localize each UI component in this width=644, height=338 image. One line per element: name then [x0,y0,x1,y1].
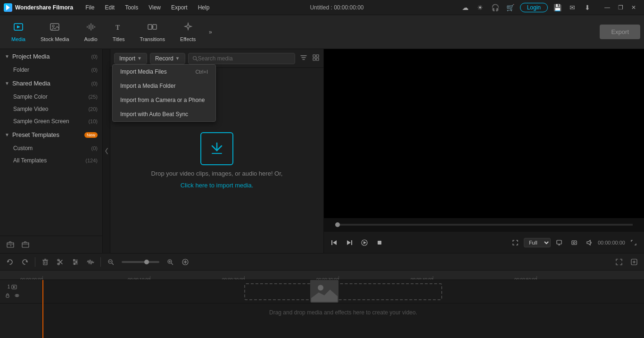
menu-help[interactable]: Help [193,2,215,13]
toolbar-media[interactable]: Media [4,20,33,44]
svg-point-42 [74,263,75,265]
svg-rect-25 [572,241,577,245]
drop-icon-container [200,132,233,165]
import-files-option[interactable]: Import Media Files Ctrl+I [113,65,215,79]
undo-button[interactable] [4,256,16,268]
preview-skip-forward-button[interactable] [343,236,356,249]
import-folder-button[interactable] [20,239,31,250]
cut-button[interactable] [54,256,66,268]
toolbar-more-button[interactable]: » [203,25,217,39]
preview-screen-icon[interactable] [553,236,566,249]
svg-rect-9 [22,243,29,247]
preview-screenshot-icon[interactable] [568,236,581,249]
menu-view[interactable]: View [144,2,165,13]
toolbar-titles[interactable]: T Titles [105,20,132,44]
preset-templates-header[interactable]: ▼ Preset Templates New [0,127,102,142]
sample-video-label: Sample Video [13,106,88,112]
svg-marker-50 [13,286,16,288]
toolbar-stock-media[interactable]: Stock Media [33,20,77,44]
timeline-drop-message-container: Drag and drop media and effects here to … [42,304,644,318]
track-labels: 1 [0,280,42,338]
waveform-button[interactable] [84,256,97,268]
svg-point-40 [73,259,75,261]
menu-export[interactable]: Export [166,2,192,13]
import-folder-option[interactable]: Import a Media Folder [113,79,215,93]
track-1-lock-button[interactable] [4,292,11,299]
delete-button[interactable] [39,256,51,268]
sample-color-item[interactable]: Sample Color (25) [0,91,102,103]
toolbar-audio[interactable]: Audio [77,20,105,44]
sample-video-item[interactable]: Sample Video (20) [0,103,102,115]
minimize-button[interactable]: — [601,2,614,13]
export-button[interactable]: Export [600,25,640,39]
import-beat-sync-option[interactable]: Import with Auto Beat Sync [113,107,215,121]
import-camera-option[interactable]: Import from a Camera or a Phone [113,93,215,107]
headset-icon[interactable]: 🎧 [490,2,501,13]
preview-expand-icon[interactable] [627,236,640,249]
cart-icon[interactable]: 🛒 [505,2,516,13]
project-media-section: ▼ Project Media (0) Folder (0) [0,49,102,76]
import-button[interactable]: Import ▼ [114,53,147,64]
sample-green-screen-label: Sample Green Screen [13,118,88,125]
add-folder-button[interactable]: + [5,239,16,250]
toolbar-effects[interactable]: Effects [173,20,203,44]
zoom-out-button[interactable] [105,256,117,268]
svg-rect-12 [316,55,319,57]
menu-edit[interactable]: Edit [100,2,119,13]
shared-media-header[interactable]: ▼ Shared Media (0) [0,76,102,91]
preview-volume-icon[interactable] [583,236,596,249]
search-input[interactable] [198,53,291,64]
save-icon[interactable]: 💾 [552,2,563,13]
timeline-settings-button[interactable] [628,256,640,268]
audio-label: Audio [84,36,98,42]
menu-file[interactable]: File [81,2,99,13]
timeline-expand-button[interactable] [613,256,625,268]
stock-media-label: Stock Media [41,36,69,42]
sample-green-screen-item[interactable]: Sample Green Screen (10) [0,115,102,127]
maximize-button[interactable]: ❐ [614,2,627,13]
redo-button[interactable] [19,256,31,268]
filter-icon[interactable] [300,54,307,63]
app-logo-icon [4,3,12,12]
close-button[interactable]: ✕ [627,2,640,13]
svg-rect-18 [331,240,332,245]
preview-seek-bar[interactable] [335,224,633,226]
import-link[interactable]: Click here to import media. [181,182,254,189]
search-bar [188,53,295,64]
record-arrow-icon: ▼ [175,56,180,61]
timeline-ruler: 00:00:00:00 00:00:10:00 00:00:20:00 00:0… [0,270,644,280]
custom-item[interactable]: Custom (0) [0,142,102,154]
download-icon[interactable]: ⬇ [582,2,593,13]
mail-icon[interactable]: ✉ [567,2,578,13]
record-button[interactable]: Record ▼ [150,53,185,64]
ruler-mark-2: 00:00:20:00 [244,276,245,280]
preview-fullscreen-icon[interactable] [509,236,522,249]
zoom-in-button[interactable] [164,256,176,268]
cloud-icon[interactable]: ☁ [460,2,471,13]
folder-item[interactable]: Folder (0) [0,64,102,76]
grid-icon[interactable] [312,54,320,63]
audio-mixer-button[interactable] [69,256,82,268]
window-controls: — ❐ ✕ [601,2,640,13]
preview-play-button[interactable] [358,236,371,249]
titles-icon: T [114,22,124,34]
menu-tools[interactable]: Tools [120,2,143,13]
preview-stop-button[interactable] [373,236,386,249]
add-freeze-button[interactable] [179,256,191,268]
all-templates-item[interactable]: All Templates (124) [0,154,102,167]
zoom-slider[interactable] [122,261,159,263]
panel-collapse-button[interactable] [103,49,110,253]
preview-size-select[interactable]: Full 50% 25% Fit [524,238,551,247]
shared-media-count: (0) [91,81,98,86]
folder-count: (0) [91,67,98,73]
preset-templates-section: ▼ Preset Templates New Custom (0) All Te… [0,127,102,167]
preview-skip-back-button[interactable] [328,236,341,249]
project-media-header[interactable]: ▼ Project Media (0) [0,49,102,64]
project-media-arrow: ▼ [5,54,9,59]
preview-panel: Full 50% 25% Fit 00:00:00:00 [323,49,644,253]
login-button[interactable]: Login [520,3,548,12]
toolbar-transitions[interactable]: Transitions [132,20,173,44]
track-1-visible-button[interactable] [13,292,21,299]
sun-icon[interactable]: ☀ [475,2,486,13]
sample-color-count: (25) [88,94,98,100]
